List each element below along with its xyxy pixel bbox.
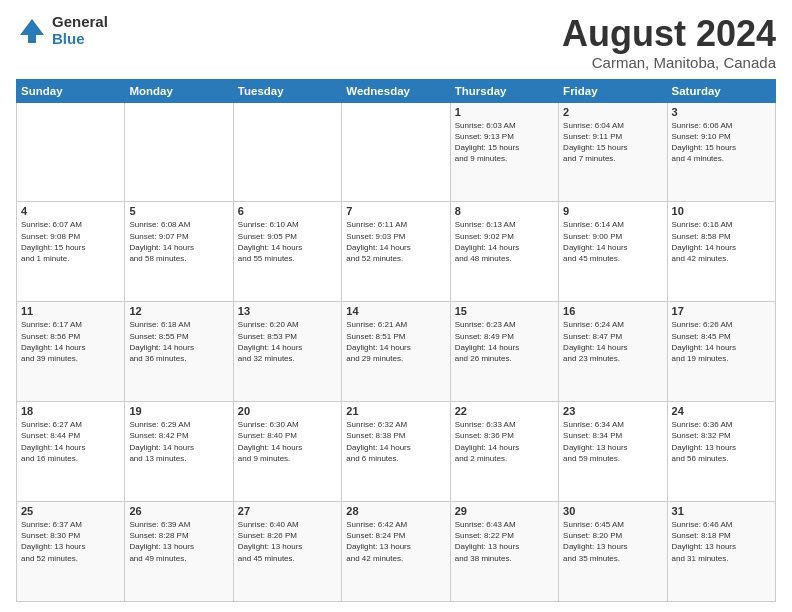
day-info: Sunrise: 6:37 AM Sunset: 8:30 PM Dayligh… <box>21 519 120 564</box>
calendar-day-cell: 7Sunrise: 6:11 AM Sunset: 9:03 PM Daylig… <box>342 202 450 302</box>
main-title: August 2024 <box>562 14 776 54</box>
day-number: 3 <box>672 106 771 118</box>
day-info: Sunrise: 6:13 AM Sunset: 9:02 PM Dayligh… <box>455 219 554 264</box>
page: General Blue August 2024 Carman, Manitob… <box>0 0 792 612</box>
day-info: Sunrise: 6:24 AM Sunset: 8:47 PM Dayligh… <box>563 319 662 364</box>
calendar-header-cell: Thursday <box>450 79 558 102</box>
day-info: Sunrise: 6:14 AM Sunset: 9:00 PM Dayligh… <box>563 219 662 264</box>
day-info: Sunrise: 6:34 AM Sunset: 8:34 PM Dayligh… <box>563 419 662 464</box>
day-number: 13 <box>238 305 337 317</box>
logo-blue-text: Blue <box>52 31 108 48</box>
day-info: Sunrise: 6:33 AM Sunset: 8:36 PM Dayligh… <box>455 419 554 464</box>
calendar-day-cell: 8Sunrise: 6:13 AM Sunset: 9:02 PM Daylig… <box>450 202 558 302</box>
calendar-header: SundayMondayTuesdayWednesdayThursdayFrid… <box>17 79 776 102</box>
day-number: 14 <box>346 305 445 317</box>
day-number: 20 <box>238 405 337 417</box>
day-number: 31 <box>672 505 771 517</box>
day-number: 30 <box>563 505 662 517</box>
calendar-day-cell: 29Sunrise: 6:43 AM Sunset: 8:22 PM Dayli… <box>450 502 558 602</box>
calendar-day-cell: 10Sunrise: 6:16 AM Sunset: 8:58 PM Dayli… <box>667 202 775 302</box>
calendar-week-row: 25Sunrise: 6:37 AM Sunset: 8:30 PM Dayli… <box>17 502 776 602</box>
day-number: 25 <box>21 505 120 517</box>
calendar-day-cell: 6Sunrise: 6:10 AM Sunset: 9:05 PM Daylig… <box>233 202 341 302</box>
logo-text: General Blue <box>52 14 108 47</box>
day-number: 7 <box>346 205 445 217</box>
calendar-day-cell: 1Sunrise: 6:03 AM Sunset: 9:13 PM Daylig… <box>450 102 558 202</box>
day-number: 21 <box>346 405 445 417</box>
subtitle: Carman, Manitoba, Canada <box>562 54 776 71</box>
day-number: 4 <box>21 205 120 217</box>
day-info: Sunrise: 6:32 AM Sunset: 8:38 PM Dayligh… <box>346 419 445 464</box>
calendar-day-cell: 14Sunrise: 6:21 AM Sunset: 8:51 PM Dayli… <box>342 302 450 402</box>
day-info: Sunrise: 6:36 AM Sunset: 8:32 PM Dayligh… <box>672 419 771 464</box>
day-info: Sunrise: 6:45 AM Sunset: 8:20 PM Dayligh… <box>563 519 662 564</box>
day-info: Sunrise: 6:17 AM Sunset: 8:56 PM Dayligh… <box>21 319 120 364</box>
day-info: Sunrise: 6:30 AM Sunset: 8:40 PM Dayligh… <box>238 419 337 464</box>
day-number: 27 <box>238 505 337 517</box>
calendar-week-row: 4Sunrise: 6:07 AM Sunset: 9:08 PM Daylig… <box>17 202 776 302</box>
day-number: 8 <box>455 205 554 217</box>
calendar-day-cell <box>233 102 341 202</box>
day-info: Sunrise: 6:40 AM Sunset: 8:26 PM Dayligh… <box>238 519 337 564</box>
svg-marker-0 <box>20 19 44 35</box>
day-number: 1 <box>455 106 554 118</box>
day-info: Sunrise: 6:43 AM Sunset: 8:22 PM Dayligh… <box>455 519 554 564</box>
calendar-day-cell: 24Sunrise: 6:36 AM Sunset: 8:32 PM Dayli… <box>667 402 775 502</box>
day-number: 22 <box>455 405 554 417</box>
calendar-day-cell: 22Sunrise: 6:33 AM Sunset: 8:36 PM Dayli… <box>450 402 558 502</box>
day-info: Sunrise: 6:26 AM Sunset: 8:45 PM Dayligh… <box>672 319 771 364</box>
calendar-day-cell: 17Sunrise: 6:26 AM Sunset: 8:45 PM Dayli… <box>667 302 775 402</box>
day-number: 28 <box>346 505 445 517</box>
calendar-body: 1Sunrise: 6:03 AM Sunset: 9:13 PM Daylig… <box>17 102 776 601</box>
calendar-day-cell: 25Sunrise: 6:37 AM Sunset: 8:30 PM Dayli… <box>17 502 125 602</box>
calendar-day-cell: 26Sunrise: 6:39 AM Sunset: 8:28 PM Dayli… <box>125 502 233 602</box>
day-info: Sunrise: 6:29 AM Sunset: 8:42 PM Dayligh… <box>129 419 228 464</box>
calendar-day-cell: 12Sunrise: 6:18 AM Sunset: 8:55 PM Dayli… <box>125 302 233 402</box>
calendar-day-cell: 21Sunrise: 6:32 AM Sunset: 8:38 PM Dayli… <box>342 402 450 502</box>
logo: General Blue <box>16 14 108 47</box>
day-number: 10 <box>672 205 771 217</box>
title-block: August 2024 Carman, Manitoba, Canada <box>562 14 776 71</box>
day-number: 16 <box>563 305 662 317</box>
calendar-header-cell: Wednesday <box>342 79 450 102</box>
calendar-header-cell: Saturday <box>667 79 775 102</box>
day-info: Sunrise: 6:27 AM Sunset: 8:44 PM Dayligh… <box>21 419 120 464</box>
calendar-header-row: SundayMondayTuesdayWednesdayThursdayFrid… <box>17 79 776 102</box>
calendar-day-cell: 9Sunrise: 6:14 AM Sunset: 9:00 PM Daylig… <box>559 202 667 302</box>
day-number: 6 <box>238 205 337 217</box>
calendar-day-cell: 23Sunrise: 6:34 AM Sunset: 8:34 PM Dayli… <box>559 402 667 502</box>
calendar-day-cell <box>17 102 125 202</box>
calendar-day-cell: 16Sunrise: 6:24 AM Sunset: 8:47 PM Dayli… <box>559 302 667 402</box>
day-info: Sunrise: 6:10 AM Sunset: 9:05 PM Dayligh… <box>238 219 337 264</box>
calendar-week-row: 11Sunrise: 6:17 AM Sunset: 8:56 PM Dayli… <box>17 302 776 402</box>
day-number: 5 <box>129 205 228 217</box>
day-number: 11 <box>21 305 120 317</box>
day-info: Sunrise: 6:03 AM Sunset: 9:13 PM Dayligh… <box>455 120 554 165</box>
calendar-day-cell: 20Sunrise: 6:30 AM Sunset: 8:40 PM Dayli… <box>233 402 341 502</box>
logo-general-text: General <box>52 14 108 31</box>
calendar-day-cell: 5Sunrise: 6:08 AM Sunset: 9:07 PM Daylig… <box>125 202 233 302</box>
calendar-day-cell: 30Sunrise: 6:45 AM Sunset: 8:20 PM Dayli… <box>559 502 667 602</box>
calendar-header-cell: Friday <box>559 79 667 102</box>
day-info: Sunrise: 6:08 AM Sunset: 9:07 PM Dayligh… <box>129 219 228 264</box>
calendar-week-row: 1Sunrise: 6:03 AM Sunset: 9:13 PM Daylig… <box>17 102 776 202</box>
day-info: Sunrise: 6:21 AM Sunset: 8:51 PM Dayligh… <box>346 319 445 364</box>
day-number: 24 <box>672 405 771 417</box>
day-info: Sunrise: 6:42 AM Sunset: 8:24 PM Dayligh… <box>346 519 445 564</box>
day-info: Sunrise: 6:18 AM Sunset: 8:55 PM Dayligh… <box>129 319 228 364</box>
calendar-day-cell: 13Sunrise: 6:20 AM Sunset: 8:53 PM Dayli… <box>233 302 341 402</box>
day-info: Sunrise: 6:20 AM Sunset: 8:53 PM Dayligh… <box>238 319 337 364</box>
calendar-day-cell: 18Sunrise: 6:27 AM Sunset: 8:44 PM Dayli… <box>17 402 125 502</box>
calendar-day-cell <box>125 102 233 202</box>
calendar-day-cell: 3Sunrise: 6:06 AM Sunset: 9:10 PM Daylig… <box>667 102 775 202</box>
day-number: 23 <box>563 405 662 417</box>
day-number: 29 <box>455 505 554 517</box>
day-number: 9 <box>563 205 662 217</box>
day-number: 2 <box>563 106 662 118</box>
day-info: Sunrise: 6:46 AM Sunset: 8:18 PM Dayligh… <box>672 519 771 564</box>
calendar-header-cell: Monday <box>125 79 233 102</box>
day-number: 19 <box>129 405 228 417</box>
calendar-header-cell: Sunday <box>17 79 125 102</box>
day-info: Sunrise: 6:16 AM Sunset: 8:58 PM Dayligh… <box>672 219 771 264</box>
calendar-table: SundayMondayTuesdayWednesdayThursdayFrid… <box>16 79 776 602</box>
